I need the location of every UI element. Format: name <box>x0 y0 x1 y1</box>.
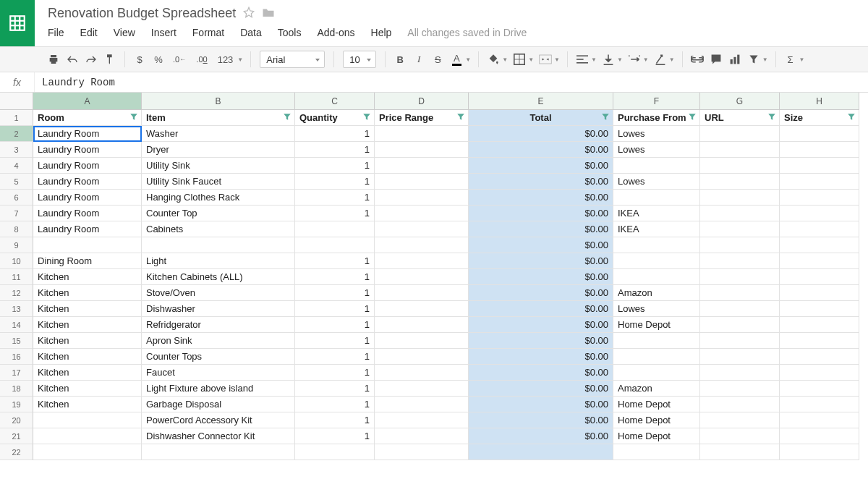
cell[interactable]: 1 <box>295 126 375 142</box>
formula-input[interactable]: Laundry Room <box>35 77 868 88</box>
header-cell-b[interactable]: Item <box>142 110 295 126</box>
cell[interactable] <box>375 174 469 190</box>
row-header[interactable]: 12 <box>0 285 33 301</box>
cell[interactable]: 1 <box>295 301 375 317</box>
cell[interactable]: $0.00 <box>469 190 613 206</box>
cell[interactable]: $0.00 <box>469 206 613 221</box>
print-icon[interactable] <box>45 50 62 69</box>
cell[interactable]: Home Depot <box>613 317 700 333</box>
cell[interactable] <box>375 301 469 317</box>
cell[interactable] <box>780 349 859 365</box>
cell[interactable] <box>780 365 859 381</box>
row-header[interactable]: 4 <box>0 158 33 174</box>
cell[interactable] <box>375 428 469 444</box>
row-header[interactable]: 5 <box>0 174 33 190</box>
filter-toggle-icon[interactable] <box>129 112 138 123</box>
cell[interactable] <box>33 412 142 428</box>
cell[interactable] <box>700 221 780 237</box>
insert-link-icon[interactable] <box>689 50 706 69</box>
cell[interactable]: Kitchen <box>33 333 142 349</box>
cell[interactable]: Dishwasher <box>142 301 295 317</box>
font-size-select[interactable]: 10 <box>343 51 376 68</box>
cell[interactable] <box>780 158 859 174</box>
cell[interactable] <box>613 365 700 381</box>
cell[interactable]: Laundry Room <box>33 206 142 221</box>
cell[interactable] <box>375 190 469 206</box>
cell[interactable] <box>700 190 780 206</box>
cell[interactable]: $0.00 <box>469 221 613 237</box>
text-rotation-icon[interactable] <box>652 50 669 69</box>
col-header-h[interactable]: H <box>780 93 859 110</box>
cell[interactable]: Home Depot <box>613 412 700 428</box>
insert-chart-icon[interactable] <box>726 50 744 69</box>
redo-icon[interactable] <box>82 50 100 69</box>
row-header[interactable]: 14 <box>0 317 33 333</box>
cell[interactable] <box>780 253 859 269</box>
cell[interactable]: $0.00 <box>469 317 613 333</box>
cell[interactable] <box>375 142 469 158</box>
cell[interactable]: PowerCord Accessory Kit <box>142 412 295 428</box>
cell[interactable] <box>613 333 700 349</box>
cell[interactable]: $0.00 <box>469 301 613 317</box>
cell[interactable] <box>142 237 295 253</box>
row-header[interactable]: 13 <box>0 301 33 317</box>
functions-button[interactable]: Σ <box>782 50 799 69</box>
cell[interactable]: 1 <box>295 142 375 158</box>
menu-help[interactable]: Help <box>371 27 392 38</box>
row-header[interactable]: 6 <box>0 190 33 206</box>
row-header[interactable]: 8 <box>0 221 33 237</box>
cell[interactable]: Kitchen <box>33 349 142 365</box>
cell[interactable]: 1 <box>295 269 375 285</box>
row-header[interactable]: 21 <box>0 428 33 444</box>
cell[interactable]: $0.00 <box>469 349 613 365</box>
cell[interactable]: $0.00 <box>469 269 613 285</box>
cell[interactable]: 1 <box>295 333 375 349</box>
cell[interactable]: Dining Room <box>33 253 142 269</box>
cell[interactable] <box>780 237 859 253</box>
fill-color-icon[interactable] <box>485 50 502 69</box>
cell[interactable] <box>375 269 469 285</box>
cell[interactable] <box>700 333 780 349</box>
row-header[interactable]: 17 <box>0 365 33 381</box>
percent-button[interactable]: % <box>150 50 167 69</box>
menu-data[interactable]: Data <box>240 27 262 38</box>
cell[interactable]: Laundry Room <box>33 190 142 206</box>
menu-tools[interactable]: Tools <box>278 27 302 38</box>
cell[interactable]: $0.00 <box>469 285 613 301</box>
cell[interactable] <box>375 444 469 460</box>
row-header[interactable]: 19 <box>0 397 33 412</box>
cell[interactable]: Home Depot <box>613 428 700 444</box>
cell[interactable] <box>700 317 780 333</box>
document-title[interactable]: Renovation Budget Spreadsheet <box>48 6 236 21</box>
cell[interactable] <box>375 349 469 365</box>
cell[interactable]: Home Depot <box>613 397 700 412</box>
app-logo[interactable] <box>0 0 35 46</box>
menu-file[interactable]: File <box>48 27 64 38</box>
cell[interactable] <box>700 206 780 221</box>
header-cell-e[interactable]: Total <box>469 110 613 126</box>
cell[interactable] <box>469 444 613 460</box>
horizontal-align-icon[interactable] <box>574 50 591 69</box>
cell[interactable] <box>375 206 469 221</box>
cell[interactable]: $0.00 <box>469 412 613 428</box>
filter-toggle-icon[interactable] <box>283 112 292 123</box>
cell[interactable] <box>375 253 469 269</box>
cell[interactable]: 1 <box>295 381 375 397</box>
cell[interactable]: Faucet <box>142 365 295 381</box>
cell[interactable]: $0.00 <box>469 126 613 142</box>
cell[interactable]: IKEA <box>613 221 700 237</box>
cell[interactable] <box>613 253 700 269</box>
cell[interactable]: 1 <box>295 317 375 333</box>
header-cell-h[interactable]: Size <box>780 110 859 126</box>
cell[interactable] <box>780 428 859 444</box>
cell[interactable]: Utility Sink <box>142 158 295 174</box>
filter-toggle-icon[interactable] <box>688 112 697 123</box>
row-header[interactable]: 2 <box>0 126 33 142</box>
cell[interactable] <box>780 126 859 142</box>
cell[interactable] <box>613 158 700 174</box>
cell[interactable]: $0.00 <box>469 428 613 444</box>
cell[interactable]: Amazon <box>613 381 700 397</box>
cell[interactable]: 1 <box>295 174 375 190</box>
cell[interactable] <box>295 221 375 237</box>
cell[interactable]: Lowes <box>613 126 700 142</box>
